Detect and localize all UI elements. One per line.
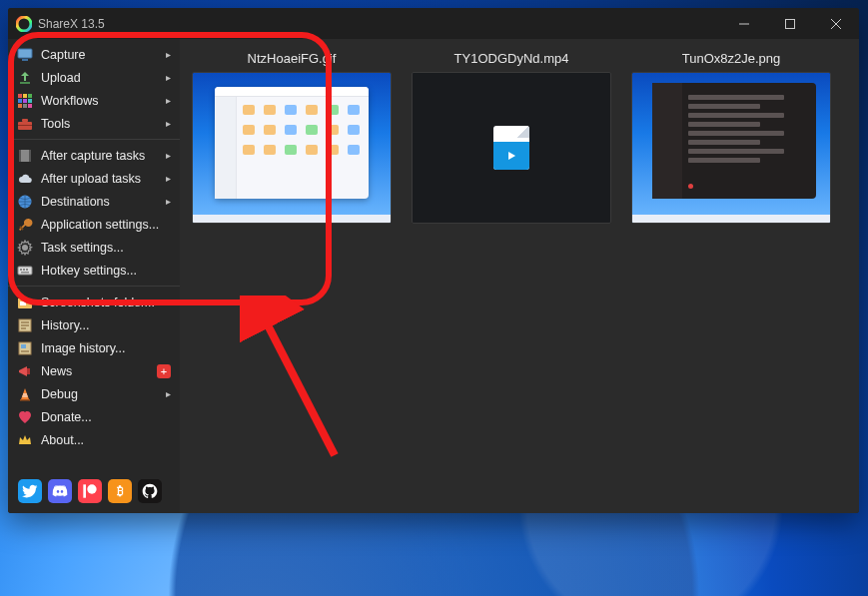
- thumbnail-filename: TunOx8z2Je.png: [631, 51, 831, 66]
- menu-item-label: Workflows: [41, 94, 98, 108]
- window-title: ShareX 13.5: [38, 17, 105, 31]
- thumbnail-item[interactable]: NtzHoaeiFG.gif: [192, 51, 392, 224]
- menu-item-task-settings[interactable]: Task settings...: [8, 236, 180, 259]
- thumbnail-image[interactable]: [412, 72, 611, 224]
- menu-item-upload[interactable]: Upload▸: [8, 66, 180, 89]
- menu-item-destinations[interactable]: Destinations▸: [8, 190, 180, 213]
- svg-rect-7: [28, 94, 32, 98]
- menu-item-label: News: [41, 364, 72, 378]
- app-icon: [16, 16, 32, 32]
- menu-item-about[interactable]: About...: [8, 428, 180, 451]
- heart-icon: [17, 409, 33, 425]
- monitor-icon: [17, 47, 33, 63]
- cloud-icon: [17, 171, 33, 187]
- upload-icon: [17, 70, 33, 86]
- video-file-icon: [493, 126, 529, 170]
- menu-item-label: Image history...: [41, 341, 126, 355]
- chevron-right-icon: ▸: [166, 173, 171, 184]
- patreon-link[interactable]: [78, 479, 102, 503]
- menu-item-image-history[interactable]: Image history...: [8, 336, 180, 359]
- grid-color-icon: [17, 93, 33, 109]
- keyboard-icon: [17, 263, 33, 279]
- menu-item-history[interactable]: History...: [8, 313, 180, 336]
- svg-rect-16: [18, 125, 32, 126]
- menu-item-label: Debug: [41, 387, 78, 401]
- svg-text:₿: ₿: [117, 484, 124, 498]
- svg-point-0: [17, 17, 31, 31]
- sharex-window: ShareX 13.5 Capture▸Upload▸Workflows▸Too…: [8, 8, 859, 513]
- chevron-right-icon: ▸: [166, 196, 171, 207]
- menu-item-label: Hotkey settings...: [41, 264, 137, 278]
- menu-item-news[interactable]: News+: [8, 359, 180, 382]
- toolbox-icon: [17, 116, 33, 132]
- wrench-icon: [17, 217, 33, 233]
- menu-item-capture[interactable]: Capture▸: [8, 43, 180, 66]
- thumbnail-image[interactable]: [192, 72, 392, 224]
- menu-item-after-capture-tasks[interactable]: After capture tasks▸: [8, 144, 180, 167]
- svg-rect-32: [83, 484, 86, 497]
- thumbnail-image[interactable]: [631, 72, 831, 224]
- menu-item-workflows[interactable]: Workflows▸: [8, 89, 180, 112]
- svg-rect-13: [28, 104, 32, 108]
- chevron-right-icon: ▸: [166, 118, 171, 129]
- menu-item-donate[interactable]: Donate...: [8, 405, 180, 428]
- menu-item-application-settings[interactable]: Application settings...: [8, 213, 180, 236]
- svg-rect-26: [20, 301, 26, 305]
- svg-rect-19: [29, 150, 31, 162]
- chevron-right-icon: ▸: [166, 388, 171, 399]
- thumbnail-filename: TY1ODGDyNd.mp4: [412, 51, 611, 66]
- menu-item-label: History...: [41, 318, 89, 332]
- separator: [8, 139, 180, 140]
- github-link[interactable]: [138, 479, 162, 503]
- menu-item-tools[interactable]: Tools▸: [8, 112, 180, 135]
- thumbnail-item[interactable]: TY1ODGDyNd.mp4: [412, 51, 611, 224]
- thumbnail-filename: NtzHoaeiFG.gif: [192, 51, 392, 66]
- sidebar: Capture▸Upload▸Workflows▸Tools▸ After ca…: [8, 39, 180, 513]
- menu-item-label: After upload tasks: [41, 172, 141, 186]
- menu-item-label: Donate...: [41, 410, 92, 424]
- close-button[interactable]: [813, 8, 859, 39]
- svg-rect-1: [786, 19, 795, 28]
- svg-rect-22: [20, 269, 22, 271]
- svg-rect-31: [20, 399, 30, 401]
- image-history-icon: [17, 340, 33, 356]
- folder-icon: [17, 295, 33, 310]
- twitter-link[interactable]: [18, 479, 42, 503]
- globe-icon: [17, 194, 33, 210]
- svg-rect-15: [22, 119, 28, 122]
- menu-item-label: Upload: [41, 71, 81, 85]
- thumbnail-panel[interactable]: NtzHoaeiFG.gif TY1ODGDyNd.mp4: [180, 39, 859, 513]
- badge: +: [157, 364, 171, 378]
- menu-item-label: Task settings...: [41, 241, 124, 255]
- maximize-button[interactable]: [767, 8, 813, 39]
- menu-item-label: About...: [41, 433, 84, 447]
- menu-item-label: Destinations: [41, 195, 110, 209]
- menu-item-after-upload-tasks[interactable]: After upload tasks▸: [8, 167, 180, 190]
- menu-item-debug[interactable]: Debug▸: [8, 382, 180, 405]
- menu-item-hotkey-settings[interactable]: Hotkey settings...: [8, 259, 180, 282]
- film-icon: [17, 148, 33, 164]
- megaphone-icon: [17, 363, 33, 379]
- discord-link[interactable]: [48, 479, 72, 503]
- minimize-button[interactable]: [721, 8, 767, 39]
- cone-icon: [17, 386, 33, 402]
- svg-rect-2: [18, 49, 32, 58]
- svg-rect-6: [23, 94, 27, 98]
- bitcoin-link[interactable]: ₿: [108, 479, 132, 503]
- svg-rect-30: [27, 368, 30, 374]
- history-icon: [17, 317, 33, 333]
- thumbnail-item[interactable]: TunOx8z2Je.png: [631, 51, 831, 224]
- svg-point-33: [87, 484, 96, 493]
- svg-rect-18: [19, 150, 21, 162]
- menu-item-screenshots-folder[interactable]: Screenshots folder...: [8, 291, 180, 313]
- chevron-right-icon: ▸: [166, 49, 171, 60]
- menu-item-label: After capture tasks: [41, 149, 145, 163]
- svg-rect-24: [26, 269, 28, 271]
- svg-rect-4: [20, 82, 30, 84]
- svg-rect-5: [18, 94, 22, 98]
- gear-icon: [17, 240, 33, 256]
- svg-rect-3: [22, 59, 28, 61]
- menu-item-label: Screenshots folder...: [41, 296, 155, 309]
- titlebar[interactable]: ShareX 13.5: [8, 8, 859, 39]
- svg-rect-9: [23, 99, 27, 103]
